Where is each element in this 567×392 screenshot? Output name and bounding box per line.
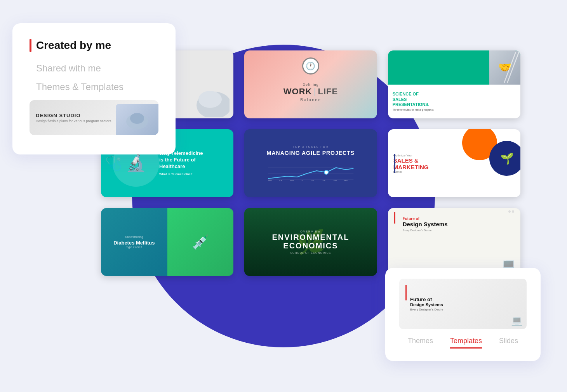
- work-life-defining: Defining: [284, 83, 338, 87]
- card-agile[interactable]: TOP 3 TOOLS FOR MANAGING AGILE PROJECTS …: [244, 129, 377, 197]
- agile-chart: Mon Tue Wed Thu Fri Sat Sun Mon: [257, 160, 365, 181]
- design-studio-decoration: [191, 86, 230, 118]
- life-label: LIFE: [318, 87, 338, 97]
- card-sales-marketing[interactable]: Optimize Your SALES & MARKETING Funnel 🌱: [388, 129, 520, 197]
- sales-subtitle: Three formulas to make prospects: [393, 108, 434, 111]
- window-chrome: [508, 210, 514, 213]
- menu-preview-content: DESIGN STUDIO Design flexible plans for …: [36, 113, 112, 123]
- sidebar-item-shared[interactable]: Shared with me: [30, 63, 158, 74]
- diabetes-left: Understanding Diabetes Mellitus Type 2 a…: [101, 208, 167, 276]
- work-label: WORK: [284, 87, 312, 97]
- agile-title: MANAGING AGILE PROJECTS: [267, 150, 355, 156]
- tab-templates[interactable]: Templates: [450, 337, 482, 349]
- future-content: Future of Design Systems Every Designer'…: [394, 214, 448, 232]
- svg-text:Sun: Sun: [333, 179, 337, 181]
- card-science-sales[interactable]: 🤝 SCIENCE OFSALESPRESENTATIONS. Three fo…: [388, 50, 520, 118]
- balance-label: Balance: [284, 97, 338, 102]
- diabetes-title: Diabetes Mellitus: [113, 240, 155, 246]
- menu-card: Created by me Shared with me Themes & Te…: [12, 23, 176, 154]
- sm-sales-label: SALES &: [393, 157, 429, 164]
- diabetes-sub: Type 2 and 3: [126, 246, 142, 248]
- sm-blue-circle: 🌱: [489, 141, 520, 176]
- svg-line-5: [507, 52, 519, 83]
- bottom-laptop-icon: 💻: [511, 315, 523, 326]
- card-eco[interactable]: 🌿 OVERVIEW ENVIRONMENTALECONOMICS SCHOOL…: [244, 208, 377, 276]
- svg-text:Tue: Tue: [279, 179, 282, 181]
- sm-funnel-label: Funnel: [393, 170, 429, 173]
- svg-point-3: [198, 91, 222, 108]
- card-future-design[interactable]: Future of Design Systems Every Designer'…: [388, 208, 520, 276]
- bottom-future-sub: Every Designer's Desire: [410, 308, 520, 311]
- eco-overview: OVERVIEW: [300, 230, 321, 233]
- sales-text-block: SCIENCE OFSALESPRESENTATIONS. Three form…: [393, 92, 434, 111]
- sm-bar: [394, 154, 395, 173]
- bottom-future-of: Future of: [410, 297, 520, 302]
- future-red-bar: [394, 212, 395, 224]
- svg-text:Mon: Mon: [268, 179, 272, 181]
- work-life-title: WORK | LIFE: [284, 87, 338, 97]
- preview-decorative-svg: [125, 110, 149, 129]
- sales-title: SCIENCE OFSALESPRESENTATIONS.: [393, 92, 434, 107]
- diagonal-svg: [504, 52, 520, 83]
- bottom-future-title: Design Systems: [410, 302, 520, 307]
- deco-svg: [191, 86, 230, 117]
- svg-point-1: [130, 113, 144, 124]
- future-title: Design Systems: [403, 221, 448, 228]
- sales-diagonal-lines: [504, 52, 520, 85]
- sm-marketing-label: MARKETING: [393, 164, 429, 170]
- tab-slides[interactable]: Slides: [499, 337, 518, 349]
- sm-person-icon: 🌱: [489, 141, 520, 176]
- medical-icon: 🔬: [126, 154, 146, 173]
- title-divider: |: [313, 87, 316, 97]
- menu-active-label: Created by me: [36, 39, 111, 52]
- work-life-content: Defining WORK | LIFE Balance: [284, 83, 338, 102]
- eco-environmental: ENVIRONMENTALECONOMICS: [272, 233, 350, 250]
- diabetes-green-section: 💉: [167, 208, 234, 276]
- future-of-label: Future of: [403, 217, 448, 221]
- menu-active-item[interactable]: Created by me: [30, 39, 158, 52]
- clock-icon: 🕐: [302, 57, 319, 75]
- svg-point-9: [324, 170, 328, 174]
- diabetes-understanding: Understanding: [125, 236, 143, 238]
- syringe-icon: 💉: [192, 234, 209, 250]
- active-bar: [30, 39, 31, 52]
- future-sub: Every Designer's Desire: [403, 229, 448, 232]
- bottom-tabs: Themes Templates Slides: [399, 337, 527, 349]
- bottom-preview: Future of Design Systems Every Designer'…: [399, 279, 527, 329]
- card-diabetes[interactable]: Understanding Diabetes Mellitus Type 2 a…: [101, 208, 233, 276]
- agile-chart-svg: Mon Tue Wed Thu Fri Sat Sun Mon: [257, 160, 365, 181]
- sales-top-section: 🤝: [388, 50, 520, 85]
- bottom-card: Future of Design Systems Every Designer'…: [385, 268, 541, 361]
- svg-text:Thu: Thu: [301, 179, 304, 181]
- menu-preview-image: [116, 104, 158, 135]
- svg-text:Wed: Wed: [290, 179, 294, 181]
- eco-school: SCHOOL OF ECONOMICS: [290, 252, 331, 254]
- tab-themes[interactable]: Themes: [408, 337, 433, 349]
- sidebar-item-themes-templates[interactable]: Themes & Templates: [30, 82, 158, 92]
- sm-optimize: Optimize Your: [393, 154, 429, 157]
- chrome-dot-2: [512, 210, 514, 213]
- svg-line-4: [504, 52, 516, 83]
- chrome-dot-1: [508, 210, 511, 213]
- preview-red-bar: [405, 285, 407, 300]
- menu-preview-card: DESIGN STUDIO Design flexible plans for …: [30, 100, 158, 135]
- svg-text:Sat: Sat: [322, 179, 325, 181]
- agile-label: TOP 3 TOOLS FOR: [293, 146, 329, 148]
- tele-subtitle: What is Telemedicine?: [159, 172, 203, 176]
- svg-text:Fri: Fri: [311, 179, 314, 181]
- sales-bottom-section: SCIENCE OFSALESPRESENTATIONS. Three form…: [388, 85, 520, 119]
- card-work-life[interactable]: 🕐 Defining WORK | LIFE Balance: [244, 50, 377, 118]
- menu-design-sub: Design flexible plans for various progra…: [36, 119, 112, 123]
- bottom-preview-content: Future of Design Systems Every Designer'…: [399, 290, 527, 317]
- menu-design-label: DESIGN STUDIO: [36, 113, 112, 118]
- svg-text:Mon: Mon: [344, 179, 348, 181]
